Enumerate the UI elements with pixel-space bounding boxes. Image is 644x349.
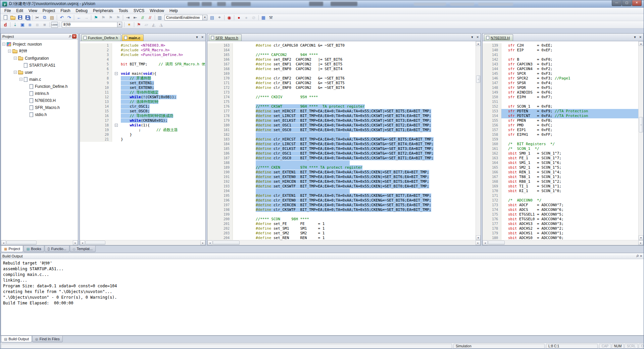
uncomment-icon[interactable]: // <box>147 14 153 20</box>
code-line[interactable]: 162sbit SM0_1 = SCON_1^7; <box>483 151 643 156</box>
build-target-icon[interactable]: ▣ <box>19 22 26 28</box>
code-line[interactable]: 147sfr SPSR = 0xF4; <box>483 81 643 85</box>
scroll-right-icon[interactable]: ▸ <box>476 240 481 245</box>
code-line[interactable]: 164sbit SM1_1 = SCON_1^6; <box>483 161 643 165</box>
scrollbar-thumb[interactable] <box>213 241 240 245</box>
scrollbar-thumb[interactable] <box>6 241 37 245</box>
tab-list-dropdown-icon[interactable]: ▼ <box>196 36 199 39</box>
undo-icon[interactable]: ↶ <box>58 14 65 20</box>
code-line[interactable]: 195#define clr_EXTEN1 BIT_TMP=EA;EA=0;TA… <box>207 193 481 198</box>
scroll-left-icon[interactable]: ◂ <box>1 240 6 245</box>
code-line[interactable]: 149sfr AINDIDS = 0xF6; <box>483 90 643 95</box>
tree-item-n76e003-h[interactable]: −N76E003.H <box>1 97 78 104</box>
code-line[interactable]: 179#define set_ECLKST BIT_TMP=EA;EA=0;TA… <box>207 118 481 123</box>
code-line[interactable]: 12 while(!(CKSWT|0x08)); <box>80 95 205 100</box>
collapse-icon[interactable]: − <box>2 43 5 46</box>
code-line[interactable]: 17 while(CKEN&0x01); <box>80 118 205 123</box>
pack-installer-icon[interactable]: ▱ <box>143 22 150 28</box>
save-icon[interactable] <box>17 14 23 20</box>
code-line[interactable]: 202#define set_SM1 SM1 = 1 <box>207 226 481 231</box>
comment-icon[interactable]: // <box>139 14 146 20</box>
collapse-icon[interactable]: − <box>19 78 22 81</box>
code-line[interactable]: 159 <box>483 137 643 142</box>
tree-item-[interactable]: −时钟 <box>1 48 78 55</box>
configure-icon[interactable]: ⚒ <box>267 14 274 20</box>
menu-view[interactable]: View <box>26 8 40 13</box>
code-line[interactable]: 13 // 选择外部时钟 <box>80 100 205 104</box>
menu-project[interactable]: Project <box>40 8 58 13</box>
code-line[interactable]: 156sfr PMD = 0xFC; <box>483 123 643 128</box>
code-line[interactable]: 179sbit ADCHS1 = ADCCON0^1; <box>483 231 643 236</box>
code-line[interactable]: 18− while(1){ <box>80 123 205 128</box>
code-line[interactable]: 157sfr EIP1 = 0xFE; <box>483 128 643 132</box>
tree-item-configuration[interactable]: −Configuration <box>1 55 78 62</box>
panel-tab-functio[interactable]: {}Functio... <box>45 246 69 252</box>
scroll-up-icon[interactable]: ▲ <box>476 41 481 46</box>
code-line[interactable]: 178#define set_LIRCST BIT_TMP=EA;EA=0;TA… <box>207 114 481 118</box>
code-editor[interactable]: 139sfr C2H = 0xEE;140sfr EIP = 0xEF;1411… <box>483 41 643 240</box>
fold-collapse-icon[interactable]: − <box>115 72 118 75</box>
new-file-icon[interactable] <box>2 14 9 20</box>
menu-flash[interactable]: Flash <box>58 8 73 13</box>
code-line[interactable]: 9 set_EXTEN1; <box>80 81 205 85</box>
translate-file-icon[interactable]: ⇣ <box>12 22 18 28</box>
code-line[interactable]: 16 // 等待外部时钟切换成功 <box>80 114 205 118</box>
code-line[interactable]: 181#define set_OSC0 BIT_TMP=EA;EA=0;TA=0… <box>207 128 481 132</box>
code-line[interactable]: 2#include <SFR_Macro.h> <box>80 48 205 53</box>
indent-icon[interactable]: ⇥ <box>125 14 131 20</box>
code-line[interactable]: 6 <box>80 67 205 71</box>
tab-function-define-h[interactable]: Function_Define.h <box>81 34 121 41</box>
code-line[interactable]: 1#include <N76E003.H> <box>80 43 205 48</box>
close-editor-icon[interactable]: ✕ <box>201 36 204 39</box>
quick-find-icon[interactable]: ▥ <box>156 14 163 20</box>
code-line[interactable]: 165//**** CAPCON2 94H **** <box>207 53 481 57</box>
code-line[interactable]: 169 <box>207 71 481 76</box>
scrollbar-thumb[interactable] <box>85 241 105 245</box>
close-button[interactable]: ✕ <box>632 0 642 6</box>
close-editor-icon[interactable]: ✕ <box>476 36 479 39</box>
kill-breakpoints-icon[interactable]: ⊘ <box>250 14 257 20</box>
debug-windows-icon[interactable]: ▦ <box>260 14 267 20</box>
close-panel-button[interactable]: ✕ <box>72 34 77 39</box>
code-line[interactable]: 165sbit SM2_1 = SCON_1^5; <box>483 165 643 170</box>
incremental-find-icon[interactable]: ◉ <box>226 14 233 20</box>
code-line[interactable]: 198#define clr_CKSWTF BIT_TMP=EA;EA=0;TA… <box>207 208 481 212</box>
code-editor[interactable]: 163#define clr_CAP0LS0 CAPCON1 &= ~SET_B… <box>207 41 481 240</box>
code-line[interactable]: 10 set_EXTEN0; <box>80 85 205 90</box>
panel-tab-books[interactable]: ▤Books <box>23 246 44 252</box>
code-line[interactable]: 140sfr EIP = 0xEF; <box>483 48 643 53</box>
scroll-left-icon[interactable]: ◂ <box>80 240 85 245</box>
code-line[interactable]: 14 clr_OSC1; <box>80 104 205 109</box>
next-bookmark-icon[interactable]: ⚑ <box>107 14 114 20</box>
tree-item-function-define-h[interactable]: −Function_Define.h <box>1 83 78 90</box>
menu-file[interactable]: File <box>2 8 13 13</box>
code-line[interactable]: 197#define clr_HIRCEN BIT_TMP=EA;EA=0;TA… <box>207 203 481 208</box>
code-line[interactable]: 177sbit ADCHS3 = ADCCON0^3; <box>483 222 643 226</box>
code-editor[interactable]: 1#include <N76E003.H>2#include <SFR_Macr… <box>80 41 205 240</box>
close-icon[interactable]: ✕ <box>640 254 642 258</box>
code-line[interactable]: 173 <box>207 90 481 95</box>
code-line[interactable]: 201#define set_FE FE = 1 <box>207 222 481 226</box>
scroll-right-icon[interactable]: ▸ <box>73 240 78 245</box>
disable-breakpoint-icon[interactable]: ● <box>243 14 250 20</box>
code-line[interactable]: 11 // 等待外部稳定 <box>80 90 205 95</box>
code-line[interactable]: 171 <box>483 193 643 198</box>
open-file-icon[interactable] <box>9 14 16 20</box>
code-line[interactable]: 160/* BIT Registers */ <box>483 142 643 147</box>
code-line[interactable]: 146sfr SPCR2 = 0xF3; //Page1 <box>483 76 643 81</box>
code-line[interactable]: 174sbit ADCS = ADCCON0^6; <box>483 208 643 212</box>
toggle-bookmark-icon[interactable]: ⚑ <box>93 14 99 20</box>
copy-icon[interactable]: ⧉ <box>41 14 48 20</box>
scroll-left-icon[interactable]: ◂ <box>483 240 488 245</box>
flag-icon[interactable]: ⚑ <box>136 22 142 28</box>
panel-tab-project[interactable]: ▦Project <box>1 246 23 252</box>
code-line[interactable]: 203#define set_SM2 SM2 = 1 <box>207 231 481 236</box>
batch-build-icon[interactable]: ⧈ <box>34 22 41 28</box>
code-line[interactable]: 169sbit TI_1 = SCON_1^1; <box>483 184 643 189</box>
code-line[interactable]: 161/* SCON_1 */ <box>483 147 643 151</box>
vertical-scrollbar[interactable]: ▲ ≡ ▼ <box>638 41 643 240</box>
code-line[interactable]: 168sbit RB8_1 = SCON_1^2; <box>483 179 643 184</box>
code-line[interactable]: 139sfr C2H = 0xEE; <box>483 43 643 48</box>
menu-svcs[interactable]: SVCS <box>131 8 147 13</box>
code-line[interactable]: 193#define set_CKSWTF BIT_TMP=EA;EA=0;TA… <box>207 184 481 189</box>
